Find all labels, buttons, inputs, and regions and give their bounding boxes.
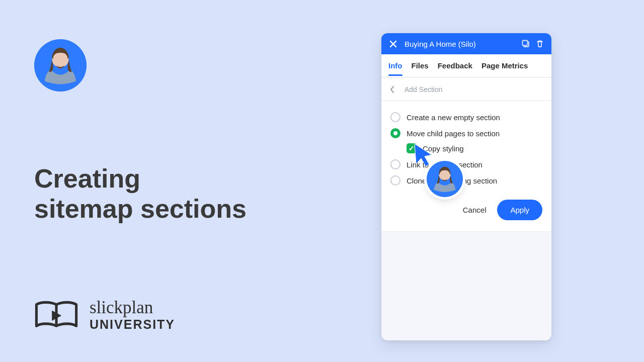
section-panel: Buying A Home (Silo) Info Files Feedback… <box>381 33 551 340</box>
page-heading: Creating sitemap sections <box>34 163 247 224</box>
apply-button[interactable]: Apply <box>497 200 542 220</box>
option-clone-existing[interactable]: Clone from existing section <box>390 172 542 189</box>
panel-subheader: Add Section <box>381 78 551 101</box>
panel-header: Buying A Home (Silo) <box>381 33 551 54</box>
panel-actions: Cancel Apply <box>381 192 551 231</box>
option-copy-styling[interactable]: ✓ Copy styling <box>390 141 542 156</box>
tab-files[interactable]: Files <box>412 56 429 75</box>
option-label: Move child pages to section <box>407 129 500 138</box>
tab-page-metrics[interactable]: Page Metrics <box>481 56 528 75</box>
heading-line-1: Creating <box>34 163 247 194</box>
option-label: Copy styling <box>423 144 464 153</box>
instructor-avatar <box>34 39 87 92</box>
option-move-children[interactable]: Move child pages to section <box>390 125 542 141</box>
option-create-empty[interactable]: Create a new empty section <box>390 109 542 125</box>
tab-feedback[interactable]: Feedback <box>438 56 472 75</box>
subheader-label: Add Section <box>405 85 443 94</box>
tab-info[interactable]: Info <box>388 56 403 75</box>
cancel-button[interactable]: Cancel <box>463 206 487 214</box>
heading-line-2: sitemap sections <box>34 194 247 224</box>
radio-selected-icon <box>390 128 400 138</box>
close-icon[interactable] <box>388 39 397 48</box>
option-label: Link to existing section <box>407 160 482 169</box>
section-options: Create a new empty section Move child pa… <box>381 101 551 192</box>
brand-logo: slickplan UNIVERSITY <box>34 299 175 332</box>
duplicate-icon[interactable] <box>521 39 530 48</box>
svg-rect-3 <box>523 41 528 46</box>
brand-subtitle: UNIVERSITY <box>90 317 175 332</box>
option-label: Clone from existing section <box>407 176 497 185</box>
option-link-existing[interactable]: Link to existing section <box>390 156 542 172</box>
checkbox-checked-icon: ✓ <box>407 143 417 153</box>
radio-icon <box>390 175 400 186</box>
panel-tabs: Info Files Feedback Page Metrics <box>381 54 551 77</box>
book-play-icon <box>34 299 78 332</box>
brand-text: slickplan UNIVERSITY <box>90 299 175 332</box>
avatar-icon <box>34 39 87 92</box>
option-label: Create a new empty section <box>407 113 500 122</box>
panel-title: Buying A Home (Silo) <box>405 40 516 48</box>
back-icon[interactable] <box>388 85 396 94</box>
radio-icon <box>390 159 400 169</box>
radio-icon <box>390 112 400 122</box>
brand-name: slickplan <box>90 299 175 316</box>
trash-icon[interactable] <box>535 39 544 48</box>
